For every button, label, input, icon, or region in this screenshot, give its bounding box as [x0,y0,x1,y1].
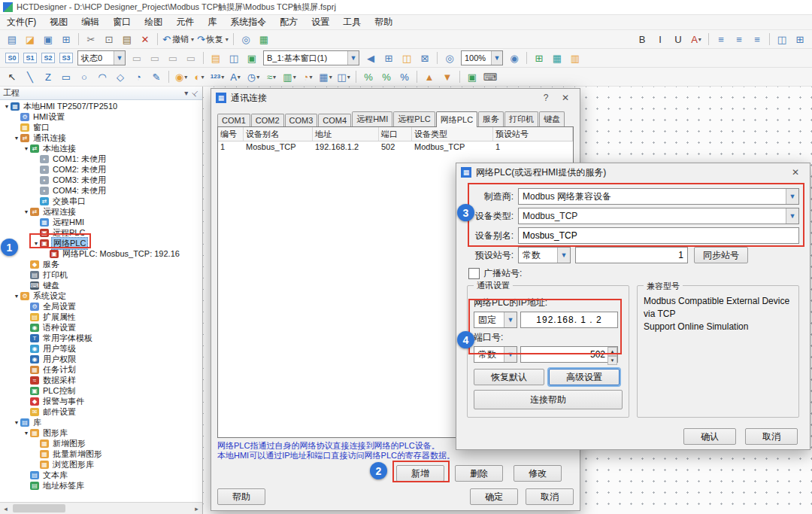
delete-button[interactable]: 删除 [455,465,503,482]
pin-icon[interactable]: ⊥ [191,88,201,99]
tree-item[interactable]: ▪COM2: 未使用 [0,164,202,175]
menu-item[interactable]: 库 [201,16,223,29]
tree-item[interactable]: ▪COM3: 未使用 [0,175,202,185]
layer-4-icon[interactable]: ▭ [183,50,199,66]
rect-tool-icon[interactable]: ▭ [58,68,74,85]
tab-item[interactable]: 远程PLC [393,111,435,126]
tab-item[interactable]: COM2 [251,114,284,126]
find-icon[interactable]: ◎ [238,31,254,47]
advanced-settings-button[interactable]: 高级设置 [549,369,620,385]
horizontal-scrollbar[interactable]: ◂ ▸ [0,502,202,514]
window-preview-icon[interactable]: ▣ [244,50,260,66]
port-spinner[interactable]: ▲▼ [607,347,617,362]
preset-station-input[interactable] [575,247,688,263]
numeric-display-icon[interactable]: 123▾ [209,68,226,85]
tree-item[interactable]: ▼⚙系统设定 [0,290,202,301]
tree-item[interactable]: ▤打印机 [0,269,202,280]
tree-item[interactable]: ▣PLC控制 [0,385,202,396]
device-type-combo[interactable]: Modbus_TCP ▼ [518,208,799,224]
window-props-icon[interactable]: ◫ [398,50,415,66]
device-alias-input[interactable] [518,227,799,244]
tree-item[interactable]: ▦批量新增图形 [0,449,202,459]
arc-tool-icon[interactable]: ◠ [94,68,111,85]
port-mode-combo[interactable]: 常数 ▼ [474,346,517,363]
zoom-icon[interactable]: ◎ [441,50,458,66]
bold-icon[interactable]: B [634,31,650,47]
spin-down-icon[interactable]: ▼ [607,356,617,365]
plc-cancel-button[interactable]: 取消 [745,428,798,445]
percent-fill-icon[interactable]: % [360,68,377,85]
tab-item[interactable]: 远程HMI [352,111,392,126]
undo-button[interactable]: ↶撤销▾ [162,31,195,47]
close-icon[interactable]: ✕ [556,90,575,105]
tab-item[interactable]: COM3 [285,114,318,126]
line-tool-icon[interactable]: ╲ [22,68,38,85]
screenshot-icon[interactable]: ▣ [464,68,480,85]
sector-tool-icon[interactable]: ◔ [130,68,147,85]
delete-icon[interactable]: ✕ [137,31,153,47]
scroll-track[interactable] [11,503,191,513]
percent-scale-icon[interactable]: % [378,68,395,85]
table-header-cell[interactable]: 设备类型 [412,127,493,141]
menu-item[interactable]: 视图 [43,16,74,29]
window-combo[interactable]: B_1:基本窗口(1)▼ [263,50,359,65]
menu-item[interactable]: 文件(F) [0,16,43,29]
tree-item[interactable]: ⚙HMI设置 [0,111,202,122]
tree-item[interactable]: ▤扩展属性 [0,312,202,322]
tree-item[interactable]: ▼⇄通讯连接 [0,132,202,143]
state-2-button[interactable]: S2 [40,50,56,66]
state-3-button[interactable]: S3 [58,50,74,66]
table-header-cell[interactable]: 编号 [218,127,244,141]
window-grid-icon[interactable]: ⊞ [380,50,397,66]
menu-item[interactable]: 编辑 [74,16,106,29]
close-icon[interactable]: ✕ [786,165,805,180]
tree-item[interactable]: ▣网络PLC: Mosbus_TCP: 192.16 [0,248,202,259]
tab-item[interactable]: 键盘 [539,111,565,126]
bring-front-icon[interactable]: ▲ [421,68,438,85]
state-0-button[interactable]: S0 [4,50,20,66]
tree-item[interactable]: ▼▤库 [0,417,202,427]
layer-3-icon[interactable]: ▭ [165,50,181,66]
manufacturer-combo[interactable]: Modbus 网络兼容设备 ▼ [518,188,799,205]
tree-item[interactable]: ▦新增图形 [0,438,202,449]
layer-1-icon[interactable]: ▭ [129,50,145,66]
tree-item[interactable]: ▼▦图形库 [0,427,202,438]
italic-icon[interactable]: I [652,31,668,47]
tree-item[interactable]: ◉用户等级 [0,343,202,354]
bar-chart-icon[interactable]: ▥▾ [281,68,298,85]
pointer-tool-icon[interactable]: ↖ [4,68,20,85]
align-left-icon[interactable]: ≡ [713,31,729,47]
menu-item[interactable]: 绘图 [138,16,169,29]
table-header-cell[interactable]: 预设站号 [493,127,573,141]
tab-item[interactable]: 打印机 [504,111,538,126]
expander-icon[interactable]: ▼ [32,241,40,246]
menu-item[interactable]: 系统指令 [223,16,273,29]
window-manager-icon[interactable]: ◫ [226,50,242,66]
tree-item[interactable]: ▦窗口 [0,122,202,132]
underline-icon[interactable]: U [670,31,686,47]
connection-help-button[interactable]: 连接帮助 [474,390,623,409]
window-close-icon[interactable]: ⊠ [417,50,433,66]
menu-item[interactable]: 窗口 [106,16,138,29]
port-input[interactable] [520,346,618,363]
restore-default-button[interactable]: 恢复默认 [474,369,544,385]
percent-zoom-icon[interactable]: % [396,68,413,85]
layer-2-icon[interactable]: ▭ [147,50,163,66]
window-tile-icon[interactable]: ⊞ [792,31,808,47]
table-display-icon[interactable]: ▦▾ [317,68,334,85]
tree-item[interactable]: ▦浏览图形库 [0,459,202,470]
menu-item[interactable]: 配方 [273,16,304,29]
modify-button[interactable]: 修改 [514,465,562,482]
zoom-fit-icon[interactable]: ◉ [506,50,523,66]
confirm-button[interactable]: 确认 [683,428,736,445]
text-display-icon[interactable]: A▾ [227,68,244,85]
tree-item[interactable]: ◆服务 [0,259,202,269]
add-button[interactable]: 新增 [396,465,444,482]
scroll-right-icon[interactable]: ▸ [191,505,202,512]
tree-item[interactable]: ▦任务计划 [0,364,202,375]
menu-item[interactable]: 元件 [169,16,201,29]
tree-item[interactable]: ⇄交换串口 [0,196,202,206]
menu-item[interactable]: 帮助 [368,16,399,29]
keyboard-icon[interactable]: ⌨ [482,68,498,85]
tree-item[interactable]: ◉语种设置 [0,322,202,333]
